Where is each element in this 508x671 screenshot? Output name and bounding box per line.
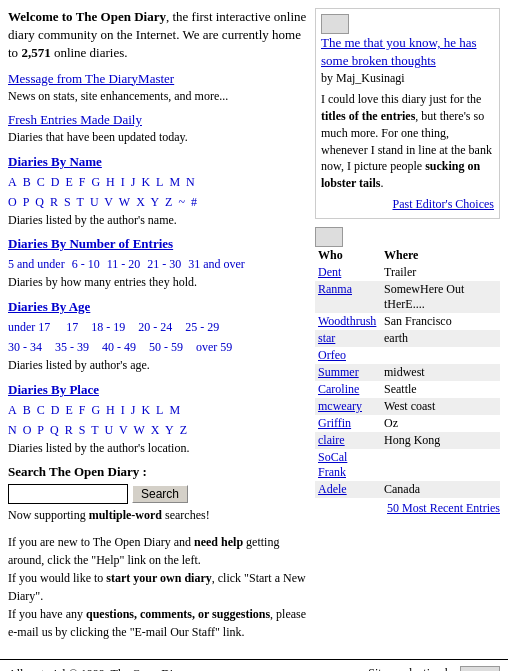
place-j[interactable]: J xyxy=(131,403,136,417)
past-choices-link[interactable]: Past Editor's Choices xyxy=(393,197,495,211)
place-h[interactable]: H xyxy=(106,403,115,417)
user-link[interactable]: SoCal Frank xyxy=(318,450,347,479)
alpha-v[interactable]: V xyxy=(104,195,113,209)
place-m[interactable]: M xyxy=(169,403,180,417)
alpha-y[interactable]: Y xyxy=(150,195,159,209)
place-x[interactable]: X xyxy=(151,423,160,437)
alpha-s[interactable]: S xyxy=(64,195,71,209)
search-button[interactable]: Search xyxy=(132,485,188,503)
user-link[interactable]: mcweary xyxy=(318,399,362,413)
alpha-hash[interactable]: # xyxy=(191,195,197,209)
alpha-e[interactable]: E xyxy=(65,175,72,189)
place-l[interactable]: L xyxy=(156,403,163,417)
alpha-i[interactable]: I xyxy=(121,175,125,189)
place-v[interactable]: V xyxy=(119,423,128,437)
place-p[interactable]: P xyxy=(37,423,44,437)
place-n[interactable]: N xyxy=(8,423,17,437)
message-link[interactable]: Message from The DiaryMaster xyxy=(8,71,307,87)
place-t[interactable]: T xyxy=(91,423,98,437)
alpha-q[interactable]: Q xyxy=(35,195,44,209)
user-link[interactable]: Woodthrush xyxy=(318,314,376,328)
user-link[interactable]: star xyxy=(318,331,335,345)
place-d[interactable]: D xyxy=(51,403,60,417)
place-w[interactable]: W xyxy=(133,423,144,437)
age-30-34[interactable]: 30 - 34 xyxy=(8,340,42,354)
place-u[interactable]: U xyxy=(105,423,114,437)
age-20-24[interactable]: 20 - 24 xyxy=(132,320,172,334)
alpha-g[interactable]: G xyxy=(91,175,100,189)
num-21-30[interactable]: 21 - 30 xyxy=(147,257,181,271)
age-25-29[interactable]: 25 - 29 xyxy=(179,320,219,334)
alpha-n[interactable]: N xyxy=(186,175,195,189)
age-40-49[interactable]: 40 - 49 xyxy=(96,340,136,354)
alpha-f[interactable]: F xyxy=(79,175,86,189)
age-35-39[interactable]: 35 - 39 xyxy=(49,340,89,354)
place-i[interactable]: I xyxy=(121,403,125,417)
place-k[interactable]: K xyxy=(141,403,150,417)
by-place-header[interactable]: Diaries By Place xyxy=(8,382,307,398)
place-r[interactable]: R xyxy=(65,423,73,437)
by-number-header[interactable]: Diaries By Number of Entries xyxy=(8,236,307,252)
place-o[interactable]: O xyxy=(23,423,32,437)
by-age-header[interactable]: Diaries By Age xyxy=(8,299,307,315)
alpha-m[interactable]: M xyxy=(169,175,180,189)
num-6-10[interactable]: 6 - 10 xyxy=(72,257,100,271)
age-under17[interactable]: under 17 xyxy=(8,320,50,334)
alpha-d[interactable]: D xyxy=(51,175,60,189)
alpha-tilde[interactable]: ~ xyxy=(178,195,185,209)
user-link[interactable]: Griffin xyxy=(318,416,351,430)
user-where xyxy=(381,449,500,481)
alpha-x[interactable]: X xyxy=(136,195,145,209)
by-age-row1: under 17 17 18 - 19 20 - 24 25 - 29 xyxy=(8,318,307,336)
alpha-z[interactable]: Z xyxy=(165,195,172,209)
search-section: Search The Open Diary : Search Now suppo… xyxy=(8,464,307,523)
age-17[interactable]: 17 xyxy=(57,320,78,334)
user-where: West coast xyxy=(381,398,500,415)
place-q[interactable]: Q xyxy=(50,423,59,437)
user-link[interactable]: Dent xyxy=(318,265,341,279)
user-link[interactable]: Caroline xyxy=(318,382,359,396)
place-c[interactable]: C xyxy=(37,403,45,417)
user-link[interactable]: Summer xyxy=(318,365,359,379)
alpha-t[interactable]: T xyxy=(77,195,84,209)
user-who: Summer xyxy=(315,364,381,381)
alpha-j[interactable]: J xyxy=(131,175,136,189)
alpha-p[interactable]: P xyxy=(23,195,30,209)
most-recent-link[interactable]: 50 Most Recent Entries xyxy=(387,501,500,515)
place-z[interactable]: Z xyxy=(180,423,187,437)
place-y[interactable]: Y xyxy=(165,423,174,437)
user-link[interactable]: Ranma xyxy=(318,282,352,296)
place-f[interactable]: F xyxy=(79,403,86,417)
place-g[interactable]: G xyxy=(91,403,100,417)
place-s[interactable]: S xyxy=(79,423,86,437)
alpha-b[interactable]: B xyxy=(23,175,31,189)
alpha-h[interactable]: H xyxy=(106,175,115,189)
table-row: Summermidwest xyxy=(315,364,500,381)
by-name-header[interactable]: Diaries By Name xyxy=(8,154,307,170)
num-5under[interactable]: 5 and under xyxy=(8,257,65,271)
place-a[interactable]: A xyxy=(8,403,17,417)
alpha-r[interactable]: R xyxy=(50,195,58,209)
user-link[interactable]: Adele xyxy=(318,482,347,496)
num-11-20[interactable]: 11 - 20 xyxy=(107,257,141,271)
fresh-entries-link[interactable]: Fresh Entries Made Daily xyxy=(8,112,307,128)
alpha-w[interactable]: W xyxy=(119,195,130,209)
alpha-a[interactable]: A xyxy=(8,175,17,189)
place-b[interactable]: B xyxy=(23,403,31,417)
alpha-k[interactable]: K xyxy=(141,175,150,189)
age-18-19[interactable]: 18 - 19 xyxy=(85,320,125,334)
place-e[interactable]: E xyxy=(65,403,72,417)
featured-diary-link[interactable]: The me that you know, he has some broken… xyxy=(321,35,476,68)
user-link[interactable]: Orfeo xyxy=(318,348,346,362)
alpha-o[interactable]: O xyxy=(8,195,17,209)
by-number-desc: Diaries by how many entries they hold. xyxy=(8,275,307,291)
alpha-l[interactable]: L xyxy=(156,175,163,189)
col-where: Where xyxy=(381,247,500,264)
search-input[interactable] xyxy=(8,484,128,504)
alpha-u[interactable]: U xyxy=(90,195,99,209)
num-31over[interactable]: 31 and over xyxy=(188,257,245,271)
age-50-59[interactable]: 50 - 59 xyxy=(143,340,183,354)
age-over59[interactable]: over 59 xyxy=(190,340,232,354)
user-link[interactable]: claire xyxy=(318,433,345,447)
alpha-c[interactable]: C xyxy=(37,175,45,189)
